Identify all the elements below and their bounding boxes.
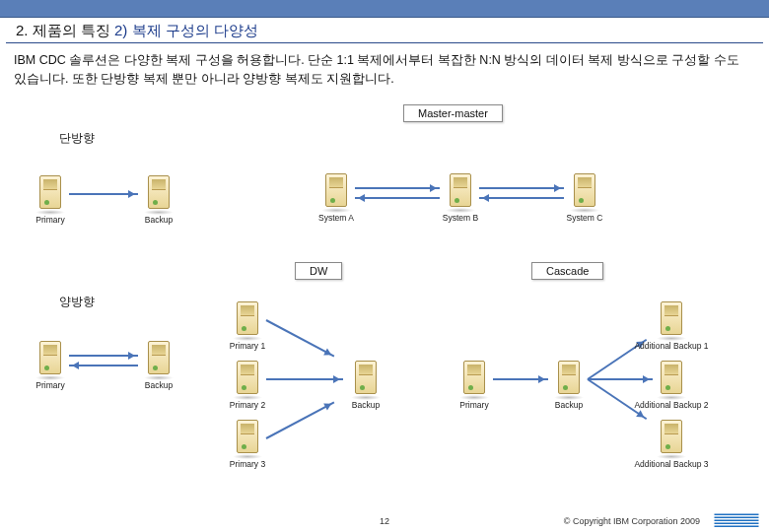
svg-rect-1 — [715, 517, 759, 519]
ibm-logo-icon — [712, 513, 761, 529]
copyright-text: © Copyright IBM Corporation 2009 — [564, 516, 700, 526]
arrow-mm-bc-fwd — [479, 187, 564, 189]
server-oneway-backup: Backup — [142, 175, 175, 217]
server-dw-p3: Primary 3 — [231, 420, 264, 461]
server-twoway-backup: Backup — [142, 341, 175, 382]
server-oneway-primary: Primary — [34, 175, 67, 217]
arrow-dw-2 — [266, 378, 343, 380]
heading-sub: 2) 복제 구성의 다양성 — [114, 22, 258, 38]
server-dw-p1: Primary 1 — [231, 301, 264, 343]
server-cascade-add3: Additional Backup 3 — [655, 420, 688, 461]
caption-add-backup3: Additional Backup 3 — [634, 459, 708, 469]
server-dw-backup: Backup — [349, 361, 383, 402]
server-mm-b: System B — [444, 173, 477, 215]
server-cascade-primary: Primary — [457, 361, 491, 402]
arrow-mm-bc-rev — [479, 197, 564, 199]
arrow-cascade-b2 — [588, 378, 653, 380]
arrow-twoway-fwd — [69, 355, 138, 357]
caption-add-backup1: Additional Backup 1 — [634, 341, 708, 351]
caption-primary3: Primary 3 — [230, 459, 265, 469]
server-cascade-backup: Backup — [552, 361, 586, 402]
arrow-cascade-pb — [493, 378, 548, 380]
caption-backup: Backup — [145, 215, 173, 225]
svg-rect-2 — [715, 520, 759, 522]
caption-primary: Primary — [35, 215, 64, 225]
caption-system-b: System B — [443, 213, 478, 223]
caption-primary: Primary — [459, 400, 488, 410]
footer: 12 © Copyright IBM Corporation 2009 — [0, 510, 769, 532]
label-oneway: 단방향 — [59, 130, 95, 147]
arrow-dw-3 — [266, 401, 335, 438]
label-cascade: Cascade — [531, 262, 603, 280]
body-paragraph: IBM CDC 솔루션은 다양한 복제 구성을 허용합니다. 단순 1:1 복제… — [0, 43, 769, 93]
page-number: 12 — [380, 516, 389, 526]
server-cascade-add2: Additional Backup 2 — [655, 361, 688, 402]
caption-backup: Backup — [555, 400, 583, 410]
server-mm-c: System C — [568, 173, 601, 215]
caption-add-backup2: Additional Backup 2 — [634, 400, 708, 410]
arrow-dw-1 — [266, 319, 335, 357]
caption-backup: Backup — [145, 380, 173, 390]
server-dw-p2: Primary 2 — [231, 361, 264, 402]
server-mm-a: System A — [319, 173, 353, 215]
server-cascade-add1: Additional Backup 1 — [655, 301, 688, 343]
arrow-mm-ab-fwd — [355, 187, 440, 189]
svg-rect-0 — [715, 514, 759, 516]
svg-rect-3 — [715, 523, 759, 525]
caption-system-c: System C — [567, 213, 603, 223]
label-dw: DW — [295, 262, 342, 280]
caption-primary2: Primary 2 — [230, 400, 265, 410]
server-twoway-primary: Primary — [34, 341, 67, 382]
arrow-oneway — [69, 193, 138, 195]
label-twoway: 양방향 — [59, 294, 95, 310]
caption-backup: Backup — [352, 400, 380, 410]
label-master-master: Master-master — [403, 104, 503, 122]
arrow-twoway-rev — [69, 365, 138, 366]
slide-heading: 2. 제품의 특징 2) 복제 구성의 다양성 — [6, 18, 763, 43]
svg-rect-4 — [715, 526, 759, 528]
caption-primary: Primary — [35, 380, 64, 390]
diagram-area: 단방향 양방향 Master-master DW Cascade Primary… — [14, 97, 755, 491]
arrow-mm-ab-rev — [355, 197, 440, 199]
heading-main: 2. 제품의 특징 — [16, 22, 110, 38]
top-accent-bar — [0, 0, 769, 18]
caption-primary1: Primary 1 — [230, 341, 265, 351]
caption-system-a: System A — [318, 213, 354, 223]
